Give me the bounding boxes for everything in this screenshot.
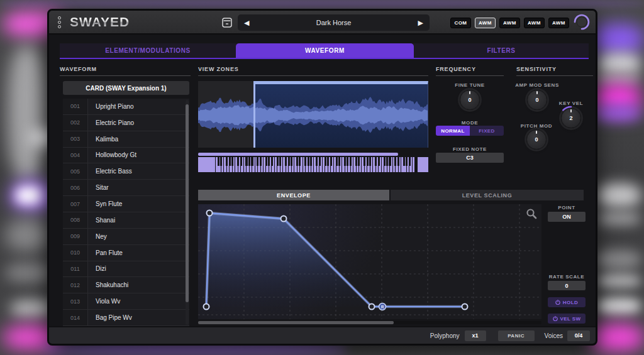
table-row[interactable]: 003Kalimba: [63, 131, 189, 148]
mode-fixed-button[interactable]: FIXED: [470, 126, 504, 136]
table-row[interactable]: 004Hollowbody Gt: [63, 148, 189, 164]
tab-element-modulations[interactable]: ELEMENT/MODULATIONS: [60, 43, 236, 58]
fixed-note-value[interactable]: C3: [436, 153, 504, 163]
black-key: [397, 157, 399, 166]
fine-tune-knob[interactable]: 0: [460, 90, 480, 110]
white-key: [418, 157, 428, 172]
black-key: [308, 157, 309, 166]
backdrop-glow: [596, 212, 641, 225]
mode-normal-button[interactable]: NORMAL: [436, 126, 470, 136]
preset-name[interactable]: Dark Horse: [316, 19, 352, 26]
table-row[interactable]: 013Viola Wv: [63, 293, 189, 310]
table-row[interactable]: 005Electric Bass: [63, 163, 189, 180]
save-card-icon[interactable]: [220, 16, 234, 31]
item-name: Kalimba: [88, 131, 118, 147]
slot-button-awm1[interactable]: AWM: [475, 18, 496, 28]
item-number: 011: [63, 261, 88, 277]
preset-prev-button[interactable]: ◀: [244, 19, 249, 27]
black-key: [220, 157, 222, 166]
tab-filters[interactable]: FILTERS: [414, 43, 589, 58]
tab-envelope[interactable]: ENVELOPE: [198, 190, 389, 200]
fixed-note-label: FIXED NOTE: [436, 146, 504, 152]
item-number: 013: [63, 293, 88, 309]
rate-scale-value[interactable]: 0: [548, 281, 586, 290]
table-row[interactable]: 008Shanai: [63, 212, 189, 229]
black-key: [257, 157, 258, 166]
waveform-display[interactable]: [198, 81, 428, 148]
app-logo: SWAYED: [70, 14, 130, 30]
black-key: [336, 157, 338, 166]
master-volume-knob[interactable]: [573, 13, 591, 32]
item-name: Hollowbody Gt: [88, 148, 136, 163]
power-icon: [555, 300, 560, 305]
slot-button-awm2[interactable]: AWM: [499, 18, 520, 28]
envelope-scrollbar[interactable]: [198, 321, 541, 324]
envelope-graph[interactable]: R: [198, 204, 541, 319]
black-key: [344, 157, 346, 166]
backdrop-glow: [590, 24, 644, 54]
item-name: Upright Piano: [88, 99, 134, 114]
white-key: [413, 157, 415, 172]
slot-button-com[interactable]: COM: [450, 18, 471, 28]
polyphony-label: Polyphony: [430, 332, 460, 339]
table-row[interactable]: 012Shakuhachi: [63, 277, 189, 293]
envelope-curve: R: [198, 204, 541, 319]
item-name: Viola Wv: [88, 293, 120, 309]
panic-button[interactable]: PANIC: [498, 330, 535, 341]
point-on-button[interactable]: ON: [548, 212, 586, 222]
black-key: [375, 157, 377, 166]
black-key: [325, 157, 326, 166]
zone-keyboard[interactable]: [198, 157, 428, 173]
zoom-icon[interactable]: [526, 208, 537, 219]
tab-level-scaling[interactable]: LEVEL SCALING: [391, 190, 584, 200]
table-row[interactable]: 014Bag Pipe Wv: [63, 310, 189, 326]
pitch-mod-knob[interactable]: 0: [526, 129, 547, 150]
list-scrollbar-thumb[interactable]: [186, 104, 189, 302]
voices-label: Voices: [545, 332, 563, 339]
slot-button-awm4[interactable]: AWM: [548, 18, 569, 28]
table-row[interactable]: 001Upright Piano: [63, 99, 189, 115]
vel-sw-button[interactable]: VEL SW: [548, 314, 586, 324]
backdrop-glow: [596, 298, 641, 314]
polyphony-value[interactable]: x1: [465, 330, 486, 341]
table-row[interactable]: 009Ney: [63, 229, 189, 245]
item-name: Dizi: [88, 261, 106, 277]
menu-icon[interactable]: [58, 16, 61, 28]
item-name: Ney: [88, 229, 107, 244]
black-key: [355, 157, 357, 166]
item-number: 014: [63, 310, 88, 325]
black-key: [231, 157, 233, 166]
table-row[interactable]: 010Pan Flute: [63, 245, 189, 261]
item-name: Sitar: [88, 180, 109, 195]
point-label: POINT: [548, 205, 586, 210]
card-header-button[interactable]: CARD (SWAY Expansion 1): [63, 81, 189, 95]
item-name: Syn Flute: [88, 196, 122, 212]
main-tabbar: ELEMENT/MODULATIONS WAVEFORM FILTERS: [60, 43, 589, 59]
key-vel-knob[interactable]: 2: [561, 108, 581, 128]
item-number: 012: [63, 277, 88, 293]
black-key: [316, 157, 318, 166]
zone-range-bar[interactable]: [198, 153, 398, 156]
black-key: [291, 157, 292, 166]
plugin-window: SWAYED ◀ Dark Horse ▶ COM AWM AWM AWM AW…: [47, 9, 597, 346]
table-row[interactable]: 002Electric Piano: [63, 115, 189, 131]
list-scrollbar[interactable]: [186, 100, 189, 325]
table-row[interactable]: 006Sitar: [63, 180, 189, 196]
backdrop-glow: [594, 106, 641, 121]
preset-next-button[interactable]: ▶: [418, 19, 423, 27]
slot-button-awm3[interactable]: AWM: [524, 18, 545, 28]
table-row[interactable]: 007Syn Flute: [63, 196, 189, 212]
black-key: [330, 157, 332, 166]
tab-waveform[interactable]: WAVEFORM: [236, 43, 414, 58]
black-key: [268, 157, 270, 166]
amp-mod-sens-label: AMP MOD SENS: [512, 82, 562, 88]
item-name: Bag Pipe Wv: [88, 310, 132, 325]
envelope-scrollbar-thumb[interactable]: [198, 321, 394, 324]
black-key: [364, 157, 365, 166]
amp-mod-sens-knob[interactable]: 0: [527, 90, 547, 110]
black-key: [310, 157, 312, 166]
table-row[interactable]: 011Dizi: [63, 261, 189, 278]
black-key: [369, 157, 371, 166]
black-key: [248, 157, 250, 166]
hold-button[interactable]: HOLD: [548, 297, 586, 307]
